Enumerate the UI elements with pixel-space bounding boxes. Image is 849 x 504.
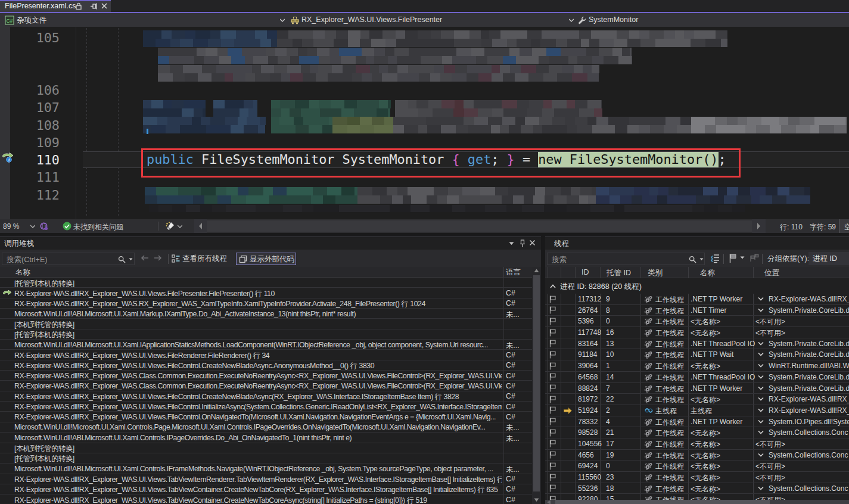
thread-row[interactable]: 53960工作线程<无名称><不可用>: [545, 316, 849, 327]
navbar-member-dropdown[interactable]: SystemMonitor: [589, 15, 638, 24]
stack-frame-row[interactable]: RX-Explorer-WAS.dll!RX_Explorer_WAS.UI.V…: [0, 484, 532, 494]
threads-search-input[interactable]: 搜索: [547, 253, 705, 265]
stack-frame-row[interactable]: [托管到本机的转换]: [0, 329, 532, 340]
stack-frame-row[interactable]: RX-Explorer-WAS.dll!RX_Explorer_WAS.UI.V…: [0, 391, 532, 402]
flag-icon[interactable]: [549, 474, 556, 481]
horizontal-scrollbar[interactable]: [545, 500, 849, 504]
view-all-threads-button[interactable]: 查看所有线程: [182, 254, 227, 264]
stack-frame-row[interactable]: RX-Explorer-WAS.dll!RX_Explorer_WAS.UI.V…: [0, 494, 532, 504]
flag-icon[interactable]: [549, 295, 556, 303]
stack-frame-row[interactable]: RX-Explorer-WAS.dll!RX_Explorer_WAS.UI.V…: [0, 350, 532, 360]
stack-frame-row[interactable]: RX-Explorer-WAS.dll!RX_Explorer_WAS.UI.V…: [0, 474, 532, 484]
chevron-down-icon[interactable]: [699, 258, 704, 261]
column-header-managed-id[interactable]: 托管 ID: [607, 268, 631, 278]
scroll-left-arrow-icon[interactable]: [546, 500, 552, 504]
close-icon[interactable]: [101, 2, 108, 10]
window-position-chevron-icon[interactable]: [509, 242, 514, 245]
flag-icon[interactable]: [549, 340, 556, 347]
chevron-down-icon[interactable]: [30, 225, 35, 228]
chevron-down-icon[interactable]: [280, 18, 285, 22]
flag-icon[interactable]: [549, 418, 556, 425]
pin-icon[interactable]: [90, 2, 98, 10]
pin-icon[interactable]: [520, 239, 525, 248]
collapse-chevron-icon[interactable]: [550, 284, 556, 288]
space-indicator[interactable]: 空: [839, 219, 849, 233]
zoom-level-dropdown[interactable]: 89 %: [3, 222, 19, 231]
flag-icon[interactable]: [549, 362, 556, 370]
chevron-down-icon[interactable]: [178, 225, 182, 228]
thread-row[interactable]: 11556023工作线程<无名称><不可用>: [545, 472, 849, 483]
scroll-up-arrow-icon[interactable]: [534, 269, 539, 273]
thread-row[interactable]: 465619工作线程<无名称>System.Collections.Conc: [545, 450, 849, 461]
column-header-name[interactable]: 名称: [15, 267, 30, 278]
group-by-dropdown[interactable]: 进程 ID: [808, 252, 849, 265]
column-separator[interactable]: [575, 267, 576, 278]
back-arrow-icon[interactable]: [140, 254, 150, 262]
stack-frame-row[interactable]: Microsoft.WinUI.dll!ABI.Microsoft.UI.Xam…: [0, 309, 532, 319]
forward-arrow-icon[interactable]: [153, 254, 163, 262]
flag-icon[interactable]: [549, 373, 556, 381]
column-separator[interactable]: [753, 267, 754, 278]
horizontal-scrollbar-thumb[interactable]: [555, 500, 770, 504]
column-separator[interactable]: [688, 267, 689, 278]
column-header-language[interactable]: 语言: [506, 267, 521, 278]
scroll-left-button[interactable]: [194, 219, 207, 233]
stack-frame-row[interactable]: [本机到托管的转换]: [0, 319, 532, 329]
navbar-type-dropdown[interactable]: RX_Explorer_WAS.UI.Views.FilePresenter: [301, 15, 442, 24]
flag-icon[interactable]: [549, 484, 556, 492]
column-header-name[interactable]: 名称: [700, 268, 715, 278]
vertical-scrollbar[interactable]: [532, 267, 541, 504]
flag-icon[interactable]: [549, 462, 556, 470]
flag-icon[interactable]: [549, 429, 556, 437]
health-status-text[interactable]: 未找到相关问题: [73, 222, 123, 232]
code-cleanup-icon[interactable]: [165, 221, 176, 231]
flag-icon[interactable]: [549, 396, 556, 403]
thread-group-row[interactable]: 进程 ID: 82868 (20 线程): [545, 278, 849, 294]
flag-icon[interactable]: [549, 318, 556, 325]
thread-row[interactable]: 783324工作线程.NET TP WorkerSystem.IO.Pipes.…: [545, 416, 849, 428]
chevron-down-icon[interactable]: [569, 18, 574, 22]
show-external-code-button[interactable]: 显示外部代码: [236, 253, 296, 265]
column-header-location[interactable]: 位置: [764, 268, 779, 278]
thread-row[interactable]: 8197222工作线程<无名称>RX-Explorer-WAS.dll!RX_E: [545, 394, 849, 405]
stack-frame-row[interactable]: [托管到本机的转换]: [0, 278, 532, 288]
scroll-right-button[interactable]: [752, 219, 766, 233]
stack-frame-row[interactable]: RX-Explorer-WAS.dll!RX_Explorer_WAS.Clas…: [0, 381, 532, 391]
thread-row[interactable]: 10455617工作线程<无名称><不可用>: [545, 438, 849, 450]
code-editor[interactable]: 105106107108109110111112 public FileSyst…: [0, 27, 849, 219]
stack-frame-row[interactable]: RX-Explorer-WAS.dll!RX_Explorer_WAS.UI.V…: [0, 402, 532, 412]
stack-frame-row[interactable]: Microsoft.WinUI.dll!Microsoft.UI.Xaml.Co…: [0, 422, 532, 433]
thread-row[interactable]: 11774816工作线程<无名称><不可用>: [545, 327, 849, 338]
stack-frame-row[interactable]: Microsoft.WinUI.dll!ABI.Microsoft.UI.Xam…: [0, 463, 532, 474]
close-icon[interactable]: [529, 239, 536, 246]
flag-icon[interactable]: [729, 253, 737, 263]
stack-frame-row[interactable]: RX-Explorer-WAS.dll!RX_Explorer_WAS.UI.V…: [0, 360, 532, 371]
thread-row[interactable]: 267648工作线程.NET TimerSystem.Private.CoreL…: [545, 305, 849, 316]
intellicode-icon[interactable]: [39, 221, 49, 231]
thread-row[interactable]: 694240工作线程<无名称><不可用>: [545, 461, 849, 472]
stack-frame-row[interactable]: RX-Explorer-WAS.dll!RX_Explorer_WAS.UI.V…: [0, 288, 532, 298]
flag-icon[interactable]: [549, 351, 556, 359]
thread-row[interactable]: 888247工作线程.NET TP WorkerSystem.Private.C…: [545, 383, 849, 394]
vertical-scrollbar-thumb[interactable]: [533, 275, 540, 491]
flag-icon[interactable]: [549, 384, 556, 392]
column-separator[interactable]: [600, 267, 601, 278]
column-separator[interactable]: [561, 267, 561, 278]
scroll-down-arrow-icon[interactable]: [534, 498, 539, 502]
stack-frame-row[interactable]: Microsoft.WinUI.dll!ABI.Microsoft.UI.Xam…: [0, 433, 532, 443]
stack-frame-row[interactable]: [本机到托管的转换]: [0, 443, 532, 453]
horizontal-scrollbar-thumb[interactable]: [207, 220, 752, 232]
thread-row[interactable]: 9852821工作线程<无名称>System.Collections.Conc: [545, 427, 849, 438]
show-flagged-only-icon[interactable]: [748, 253, 759, 263]
stack-frame-row[interactable]: Microsoft.WinUI.dll!ABI.Microsoft.UI.Xam…: [0, 340, 532, 350]
chevron-down-icon[interactable]: [129, 258, 133, 261]
stack-frame-row[interactable]: RX-Explorer-WAS.dll!RX_Explorer_WAS.RX_E…: [0, 298, 532, 309]
thread-row[interactable]: 1173129工作线程.NET TP WorkerRX-Explorer-WAS…: [545, 294, 849, 305]
column-header-id[interactable]: ID: [581, 268, 589, 276]
document-tab[interactable]: FilePresenter.xaml.cs: [0, 0, 111, 12]
thread-row[interactable]: 390641工作线程<无名称>WinRT.Runtime.dll!ABI.W: [545, 360, 849, 372]
flag-icon[interactable]: [549, 440, 556, 447]
flag-icon[interactable]: [549, 306, 556, 314]
column-separator[interactable]: [548, 267, 548, 278]
expand-stacks-icon[interactable]: [711, 254, 720, 263]
